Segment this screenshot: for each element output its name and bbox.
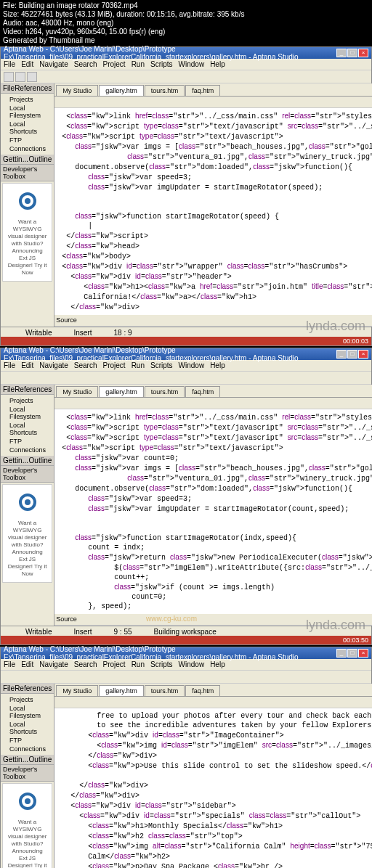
code-editor[interactable]: free to upload your photos after every t…	[54, 708, 372, 868]
menu-search[interactable]: Search	[74, 60, 97, 68]
svg-point-1	[25, 198, 31, 204]
tab-faq[interactable]: faq.htm	[185, 85, 220, 96]
tab-gallery[interactable]: gallery.htm	[99, 85, 143, 96]
ide-window-2: Aptana Web - C:\Users\Joe Marini\Desktop…	[0, 348, 372, 645]
gear-icon	[16, 189, 39, 213]
save-icon[interactable]	[15, 72, 25, 82]
menu-run[interactable]: Run	[132, 60, 145, 68]
video-gen: Generated by Thumbnail me	[3, 36, 369, 45]
maximize-button[interactable]: □	[347, 350, 357, 359]
tree-localfs[interactable]: Local Filesystem	[2, 104, 52, 120]
toolbox-text: Want a WYSIWYG visual designer with Stud…	[6, 217, 49, 278]
video-audio: Audio: aac, 48000 Hz, mono (eng)	[3, 19, 369, 28]
editor-tabs: My Studio gallery.htm tours.htm faq.htm	[54, 83, 372, 97]
main-toolbar	[1, 70, 371, 83]
minimize-button[interactable]: _	[336, 350, 347, 359]
left-sidebar: File References Projects Local Filesyste…	[1, 83, 54, 327]
svg-point-5	[25, 798, 31, 804]
tree-projects[interactable]: Projects	[2, 95, 52, 104]
window-controls: _ □ ×	[336, 49, 368, 57]
tree-connections[interactable]: Connections	[2, 144, 52, 153]
video-file: File: Building an image rotator 70362.mp…	[3, 1, 369, 10]
menu-window[interactable]: Window	[179, 60, 205, 68]
editor-area: My Studio gallery.htm tours.htm faq.htm …	[54, 83, 372, 327]
close-button[interactable]: ×	[358, 49, 368, 57]
toolbox-promo: Want a WYSIWYG visual designer with Stud…	[2, 183, 52, 282]
tree-localshort[interactable]: Local Shortcuts	[2, 120, 52, 136]
editor-sub-toolbar	[54, 97, 372, 108]
minimize-button[interactable]: _	[336, 49, 347, 57]
tab-tours[interactable]: tours.htm	[145, 85, 185, 96]
ide-window-1: Aptana Web - C:\Users\Joe Marini\Desktop…	[0, 46, 372, 346]
maximize-button[interactable]: □	[347, 49, 357, 57]
cgku-watermark: www.cg-ku.com	[146, 615, 197, 623]
tree-ftp[interactable]: FTP	[2, 136, 52, 144]
code-editor[interactable]: <class="kw">link href=class="str">"../_c…	[54, 108, 372, 315]
window-title: Aptana Web - C:\Users\Joe Marini\Desktop…	[4, 45, 336, 61]
menu-project[interactable]: Project	[103, 60, 126, 68]
video-size: Size: 45227461 bytes (43.13 MiB), durati…	[3, 10, 369, 19]
file-panel-header[interactable]: File References	[1, 83, 54, 94]
ide-window-3: Aptana Web - C:\Users\Joe Marini\Desktop…	[0, 647, 372, 868]
menu-edit[interactable]: Edit	[21, 60, 33, 68]
main-toolbar	[1, 372, 371, 385]
menu-navigate[interactable]: Navigate	[39, 60, 68, 68]
titlebar[interactable]: Aptana Web - C:\Users\Joe Marini\Desktop…	[1, 47, 371, 59]
video-codec: Video: h264, yuv420p, 960x540, 15.00 fps…	[3, 28, 369, 36]
timestamp: 00:00:03	[1, 337, 371, 345]
run-icon[interactable]	[27, 72, 37, 82]
menu-scripts[interactable]: Scripts	[150, 60, 173, 68]
watermark: lynda.com	[306, 319, 365, 334]
file-tree: Projects Local Filesystem Local Shortcut…	[1, 94, 54, 155]
gear-icon	[16, 491, 39, 514]
outline-panel-header[interactable]: Gettin... Outline	[1, 155, 54, 165]
svg-point-3	[25, 499, 31, 505]
window-title: Aptana Web - C:\Users\Joe Marini\Desktop…	[4, 346, 336, 362]
titlebar[interactable]: Aptana Web - C:\Users\Joe Marini\Desktop…	[1, 348, 371, 360]
menu-file[interactable]: File	[4, 60, 15, 68]
main-area: File References Projects Local Filesyste…	[1, 83, 371, 327]
devtool-panel-header[interactable]: Developer's Toolbox	[1, 165, 54, 181]
tab-mystudio[interactable]: My Studio	[56, 85, 98, 96]
video-info-header: File: Building an image rotator 70362.mp…	[0, 0, 372, 46]
code-editor[interactable]: <class="kw">link href=class="str">"../_c…	[54, 409, 372, 614]
close-button[interactable]: ×	[358, 350, 368, 359]
new-icon[interactable]	[4, 72, 14, 82]
left-sidebar: FileReferences Projects Local Filesystem…	[1, 385, 54, 626]
menu-help[interactable]: Help	[210, 60, 225, 68]
